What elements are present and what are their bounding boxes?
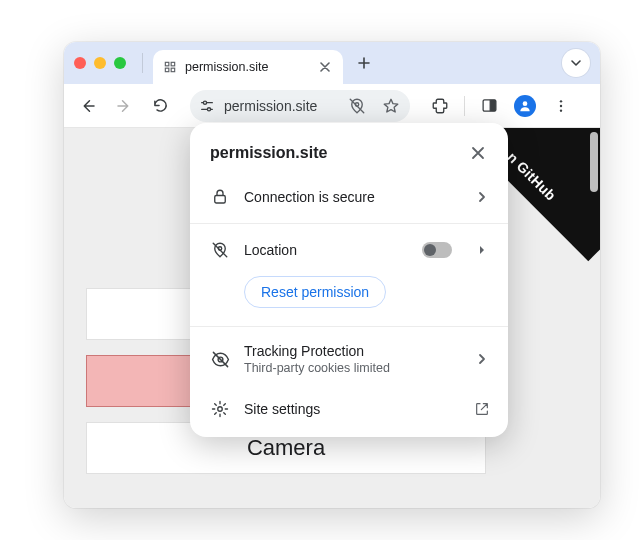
svg-point-5	[207, 107, 210, 110]
tablist-dropdown-button[interactable]	[562, 49, 590, 77]
toolbar-divider	[464, 96, 465, 116]
svg-rect-1	[171, 62, 175, 66]
location-permission-row: Location	[190, 228, 508, 272]
forward-button[interactable]	[108, 90, 140, 122]
window-controls	[74, 57, 126, 69]
tab-strip: permission.site	[64, 42, 600, 84]
chevron-right-icon	[472, 349, 492, 369]
tune-icon	[199, 98, 215, 114]
plus-icon	[357, 56, 371, 70]
extensions-button[interactable]	[424, 90, 456, 122]
close-icon	[471, 146, 485, 160]
minimize-window-button[interactable]	[94, 57, 106, 69]
card-label: Camera	[247, 435, 325, 461]
zoom-window-button[interactable]	[114, 57, 126, 69]
popover-divider	[190, 326, 508, 327]
tab-separator	[142, 53, 143, 73]
reset-permission-button[interactable]: Reset permission	[244, 276, 386, 308]
arrow-left-icon	[79, 97, 97, 115]
site-info-button[interactable]	[198, 97, 216, 115]
caret-right-icon[interactable]	[472, 240, 492, 260]
location-toggle[interactable]	[422, 242, 452, 258]
star-icon	[382, 97, 400, 115]
reload-button[interactable]	[144, 90, 176, 122]
profile-avatar-icon	[514, 95, 536, 117]
popover-header: permission.site	[190, 137, 508, 175]
kebab-icon	[553, 98, 569, 114]
popover-close-button[interactable]	[464, 139, 492, 167]
tab-favicon-icon	[163, 60, 177, 74]
new-tab-button[interactable]	[351, 50, 377, 76]
connection-label: Connection is secure	[244, 189, 458, 205]
site-info-popover: permission.site Connection is secure	[190, 123, 508, 437]
tracking-protection-row[interactable]: Tracking Protection Third-party cookies …	[190, 331, 508, 387]
tab-close-button[interactable]	[317, 59, 333, 75]
open-external-icon	[472, 399, 492, 419]
eye-off-icon	[210, 349, 230, 369]
chevron-right-icon	[472, 187, 492, 207]
connection-secure-row[interactable]: Connection is secure	[190, 175, 508, 219]
popover-divider	[190, 223, 508, 224]
side-panel-button[interactable]	[473, 90, 505, 122]
toolbar: permission.site	[64, 84, 600, 128]
tab-title: permission.site	[185, 60, 268, 74]
address-bar[interactable]: permission.site	[190, 90, 410, 122]
svg-point-12	[560, 109, 562, 111]
back-button[interactable]	[72, 90, 104, 122]
tracking-subtitle: Third-party cookies limited	[244, 361, 458, 375]
location-blocked-indicator[interactable]	[344, 93, 370, 119]
menu-button[interactable]	[545, 90, 577, 122]
scrollbar-thumb[interactable]	[590, 132, 598, 192]
svg-rect-3	[171, 68, 175, 72]
location-off-icon	[210, 240, 230, 260]
url-text: permission.site	[224, 98, 336, 114]
reset-permission-wrap: Reset permission	[190, 272, 508, 322]
svg-point-4	[203, 101, 206, 104]
bookmark-button[interactable]	[378, 93, 404, 119]
svg-rect-2	[165, 68, 169, 72]
site-settings-label: Site settings	[244, 401, 458, 417]
svg-rect-8	[490, 100, 496, 111]
site-settings-row[interactable]: Site settings	[190, 387, 508, 431]
svg-rect-13	[215, 196, 226, 204]
svg-point-9	[523, 101, 528, 106]
lock-icon	[210, 187, 230, 207]
popover-title: permission.site	[210, 144, 327, 162]
close-window-button[interactable]	[74, 57, 86, 69]
gear-icon	[210, 399, 230, 419]
ribbon-label: n GitHub	[504, 149, 559, 204]
arrow-right-icon	[115, 97, 133, 115]
tracking-title: Tracking Protection	[244, 343, 458, 359]
svg-rect-0	[165, 62, 169, 66]
close-icon	[320, 62, 330, 72]
location-label: Location	[244, 242, 408, 258]
svg-point-16	[218, 407, 223, 412]
puzzle-icon	[431, 97, 449, 115]
profile-button[interactable]	[509, 90, 541, 122]
location-section: Location Reset permission	[190, 228, 508, 322]
reload-icon	[152, 97, 169, 114]
location-off-icon	[348, 97, 366, 115]
svg-point-10	[560, 100, 562, 102]
panel-icon	[481, 97, 498, 114]
svg-point-11	[560, 104, 562, 106]
chevron-down-icon	[570, 57, 582, 69]
browser-tab[interactable]: permission.site	[153, 50, 343, 84]
tracking-label: Tracking Protection Third-party cookies …	[244, 343, 458, 375]
toggle-knob	[424, 244, 436, 256]
